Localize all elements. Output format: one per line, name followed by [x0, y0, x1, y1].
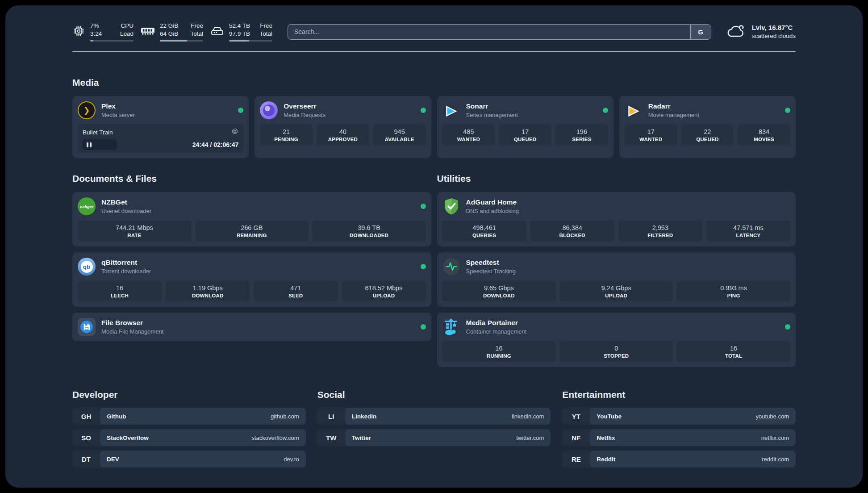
bookmark-abbr: DT: [72, 451, 100, 468]
app-subtitle: Movie management: [648, 112, 699, 119]
stat-latency: 47.571 ms LATENCY: [706, 221, 790, 241]
bookmark-stackoverflow[interactable]: SO StackOverflow stackoverflow.com: [72, 429, 306, 446]
bookmark-url: twitter.com: [516, 435, 544, 441]
bookmarks-developer: Developer GH Github github.com SO StackO…: [72, 389, 306, 468]
app-card-overseerr[interactable]: Overseerr Media Requests 21 PENDING 40 A…: [255, 96, 431, 158]
stat-download: 9.65 Gbps DOWNLOAD: [442, 281, 556, 301]
status-dot: [238, 108, 243, 113]
stat-ping: 0.993 ms PING: [677, 281, 790, 301]
section-title-developer: Developer: [72, 389, 306, 400]
bookmark-abbr: NF: [562, 429, 590, 446]
ram-widget: 22 GiB 64 GiB Free Total: [141, 22, 203, 42]
pause-icon[interactable]: [87, 142, 92, 147]
cpu-values: 7% 3.24: [90, 22, 102, 38]
stat-upload: 618.52 Mbps UPLOAD: [342, 281, 426, 301]
app-subtitle: Media server: [101, 112, 135, 119]
bookmark-name: Github: [107, 413, 126, 420]
bookmark-name: LinkedIn: [352, 413, 377, 420]
speedtest-icon: [442, 258, 460, 276]
app-title: File Browser: [101, 318, 163, 327]
cpu-progressbar: [90, 40, 134, 42]
app-card-sonarr[interactable]: ▶ Sonarr Series management 485 WANTED 17: [437, 96, 613, 158]
bookmark-url: stackoverflow.com: [251, 435, 299, 441]
app-card-qbittorrent[interactable]: qb qBittorrent Torrent downloader 16 LEE…: [72, 252, 431, 307]
app-subtitle: Speedtest Tracking: [466, 268, 516, 275]
bookmark-dev[interactable]: DT DEV dev.to: [72, 451, 306, 468]
nzbget-icon: nzbget: [78, 197, 96, 215]
stat-queries: 498,461 QUERIES: [442, 221, 526, 241]
system-resources: 7% 3.24 CPU Load: [72, 22, 272, 42]
disk-values: 52.4 TB 97.9 TB: [229, 22, 250, 38]
sonarr-icon: ▶: [442, 101, 460, 119]
ram-icon: [141, 25, 155, 38]
app-title: AdGuard Home: [466, 198, 519, 206]
stat-total: 16 TOTAL: [677, 341, 790, 362]
section-title-entertainment: Entertainment: [562, 389, 796, 400]
cpu-labels: CPU Load: [120, 22, 134, 38]
search-engine-button[interactable]: G: [690, 25, 711, 39]
bookmark-linkedin[interactable]: LI LinkedIn linkedin.com: [317, 408, 551, 425]
bookmark-reddit[interactable]: RE Reddit reddit.com: [562, 451, 796, 468]
disk-progressbar: [229, 40, 272, 42]
stat-available: 945 AVAILABLE: [373, 125, 426, 145]
dashboard-panel: 7% 3.24 CPU Load: [5, 5, 863, 488]
status-dot: [421, 264, 426, 269]
app-subtitle: Torrent downloader: [101, 268, 151, 275]
adguard-icon: [442, 197, 460, 215]
weather-widget[interactable]: Lviv, 16.87°C scattered clouds: [726, 23, 796, 40]
playback-progress[interactable]: 24:44 / 02:06:47: [78, 139, 243, 150]
bookmark-abbr: YT: [562, 408, 590, 425]
app-subtitle: Media Requests: [284, 112, 326, 119]
ram-progressbar: [160, 40, 203, 42]
bookmark-url: reddit.com: [762, 456, 789, 463]
app-card-filebrowser[interactable]: File Browser Media File Management: [72, 313, 431, 341]
app-title: NZBGet: [101, 198, 151, 206]
bookmark-name: YouTube: [597, 413, 622, 420]
stat-blocked: 86,384 BLOCKED: [530, 221, 614, 241]
stat-wanted: 17 WANTED: [625, 125, 677, 145]
bookmark-abbr: RE: [562, 451, 590, 468]
stat-rate: 744.21 Mbps RATE: [78, 221, 191, 241]
now-playing-title: Bullet Train: [83, 129, 113, 136]
stat-queued: 17 QUEUED: [499, 125, 551, 145]
disk-labels: Free Total: [259, 22, 272, 38]
stat-remaining: 266 GB REMAINING: [195, 221, 309, 241]
app-card-speedtest[interactable]: Speedtest Speedtest Tracking 9.65 Gbps D…: [437, 252, 796, 307]
weather-location: Lviv, 16.87°C: [752, 23, 796, 32]
bookmark-name: Netflix: [597, 435, 615, 441]
disk-widget: 52.4 TB 97.9 TB Free Total: [210, 22, 272, 42]
search-input[interactable]: [288, 24, 711, 40]
filebrowser-icon: [78, 318, 96, 336]
app-title: Sonarr: [466, 102, 518, 110]
app-subtitle: Usenet downloader: [101, 208, 151, 215]
bookmark-name: Reddit: [597, 456, 615, 463]
app-subtitle: DNS and adblocking: [466, 208, 519, 215]
stat-movies: 834 MOVIES: [738, 125, 790, 145]
app-title: Overseerr: [284, 102, 326, 110]
stat-pending: 21 PENDING: [260, 125, 313, 145]
bookmark-twitter[interactable]: TW Twitter twitter.com: [317, 429, 551, 446]
stat-downloaded: 39.6 TB DOWNLOADED: [313, 221, 426, 241]
radarr-icon: ▶: [625, 101, 643, 119]
app-card-portainer[interactable]: Media Portainer Container management 16 …: [437, 313, 796, 367]
bookmarks-social: Social LI LinkedIn linkedin.com TW Twitt…: [317, 389, 551, 446]
app-card-adguard[interactable]: AdGuard Home DNS and adblocking 498,461 …: [437, 192, 796, 246]
overseerr-icon: [260, 101, 278, 119]
bookmark-abbr: GH: [72, 408, 100, 425]
app-card-nzbget[interactable]: nzbget NZBGet Usenet downloader 744.21 M…: [72, 192, 431, 246]
status-dot: [421, 108, 426, 113]
bookmark-netflix[interactable]: NF Netflix netflix.com: [562, 429, 796, 446]
bookmark-github[interactable]: GH Github github.com: [72, 408, 306, 425]
ram-labels: Free Total: [190, 22, 203, 38]
bookmark-youtube[interactable]: YT YouTube youtube.com: [562, 408, 796, 425]
header-divider: [72, 51, 796, 52]
app-card-plex[interactable]: ❯ Plex Media server Bullet Train: [72, 96, 249, 158]
section-title-media: Media: [72, 77, 796, 88]
weather-condition: scattered clouds: [752, 32, 796, 40]
gear-icon[interactable]: [231, 128, 238, 137]
plex-now-playing: Bullet Train 24:44 / 02:06:47: [78, 124, 243, 153]
bookmark-name: StackOverflow: [107, 435, 149, 441]
bookmark-abbr: TW: [317, 429, 345, 446]
bookmarks-entertainment: Entertainment YT YouTube youtube.com NF …: [562, 389, 796, 468]
app-card-radarr[interactable]: ▶ Radarr Movie management 17 WANTED 22: [619, 96, 796, 158]
